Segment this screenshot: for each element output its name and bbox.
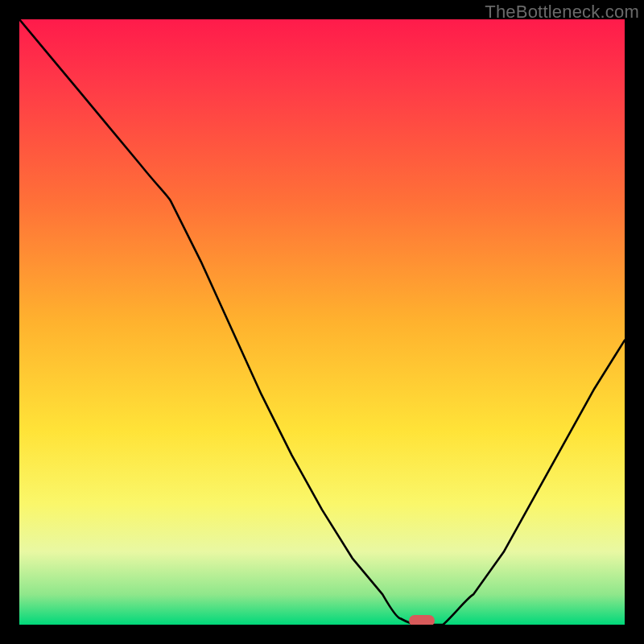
minimum-marker (409, 615, 435, 625)
frame: TheBottleneck.com (0, 0, 644, 644)
watermark-text: TheBottleneck.com (485, 2, 639, 23)
plot-area (19, 19, 625, 625)
bottleneck-curve (19, 19, 625, 625)
curve-path (19, 19, 625, 625)
